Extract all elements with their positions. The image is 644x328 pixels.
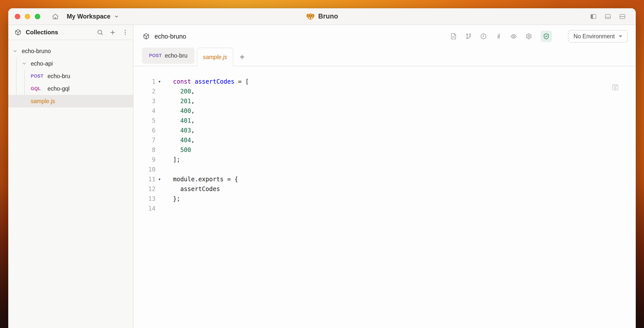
window-body: Collections echo-brunoecho-apiPOSTecho- (8, 25, 636, 328)
code-line[interactable]: 2 200, (134, 87, 636, 96)
bruno-app-window: My Workspace Bruno (8, 8, 636, 328)
tab-echo-bru[interactable]: POST echo-bru (142, 48, 194, 64)
new-tab-icon[interactable] (239, 54, 246, 60)
code-text: 404, (164, 135, 195, 145)
fold-gutter (156, 184, 164, 194)
code-line[interactable]: 8 500 (134, 145, 636, 155)
settings-gear-icon[interactable] (526, 33, 532, 40)
layout-toggles (590, 13, 626, 20)
code-line[interactable]: 7 404, (134, 135, 636, 145)
search-icon[interactable] (97, 29, 103, 36)
code-line[interactable]: 9]; (134, 155, 636, 165)
home-icon[interactable] (52, 13, 59, 20)
line-number: 6 (134, 126, 156, 135)
chevron-down-icon[interactable] (12, 49, 18, 54)
environment-label: No Environment (574, 33, 615, 40)
tab-sample-js[interactable]: sample.js (197, 48, 233, 66)
item-label: echo-api (31, 60, 53, 67)
fold-gutter (156, 87, 164, 96)
collection-header: echo-bruno (134, 25, 636, 48)
caret-down-icon (619, 35, 622, 38)
chevron-down-icon[interactable] (22, 61, 27, 66)
line-number: 12 (134, 184, 156, 194)
traffic-lights (15, 14, 40, 19)
minimize-window-button[interactable] (25, 14, 30, 19)
sidebar-item-echo-api[interactable]: echo-api (8, 57, 133, 70)
line-number: 14 (134, 204, 156, 214)
collections-tree: echo-brunoecho-apiPOSTecho-bruGQLecho-gq… (8, 40, 133, 328)
code-line[interactable]: 4 400, (134, 106, 636, 116)
fold-gutter (156, 96, 164, 106)
line-number: 7 (134, 135, 156, 145)
history-clock-icon[interactable] (480, 33, 487, 40)
fold-arrow-icon[interactable]: ▾ (156, 77, 164, 87)
line-number: 10 (134, 165, 156, 175)
fold-gutter (156, 116, 164, 126)
environment-selector[interactable]: No Environment (568, 30, 628, 43)
code-line[interactable]: 11▾module.exports = { (134, 175, 636, 184)
zoom-window-button[interactable] (35, 14, 40, 19)
code-text (164, 204, 173, 214)
workspace-selector[interactable]: My Workspace (67, 13, 119, 20)
code-line[interactable]: 3 201, (134, 96, 636, 106)
request-method-label: POST (31, 74, 48, 79)
tab-bar: POST echo-bru sample.js (134, 48, 636, 66)
code-text: 500 (164, 145, 191, 155)
save-icon[interactable] (611, 83, 619, 91)
sidebar-item-echo-bruno[interactable]: echo-bruno (8, 45, 133, 57)
code-text (164, 165, 173, 175)
line-number: 11 (134, 175, 156, 184)
line-number: 13 (134, 194, 156, 204)
code-line[interactable]: 6 403, (134, 126, 636, 135)
fold-gutter (156, 194, 164, 204)
collection-title: echo-bruno (154, 33, 186, 40)
fold-gutter (156, 204, 164, 214)
app-title: Bruno (306, 12, 338, 21)
code-text: 201, (164, 96, 195, 106)
sidebar-item-echo-gql[interactable]: GQLecho-gql (8, 82, 133, 95)
code-line[interactable]: 10 (134, 165, 636, 175)
code-editor[interactable]: 1▾const assertCodes = [2 200,3 201,4 400… (134, 66, 636, 328)
line-number: 8 (134, 145, 156, 155)
code-line[interactable]: 14 (134, 204, 636, 214)
fold-arrow-icon[interactable]: ▾ (156, 175, 164, 184)
workspace-label: My Workspace (67, 13, 110, 20)
git-branch-icon[interactable] (465, 33, 472, 40)
request-method-label: GQL (31, 86, 48, 91)
code-text: ]; (164, 155, 180, 165)
add-collection-icon[interactable] (109, 29, 116, 36)
eye-icon[interactable] (510, 33, 517, 40)
line-number: 9 (134, 155, 156, 165)
fold-gutter (156, 145, 164, 155)
code-line[interactable]: 12 assertCodes (134, 184, 636, 194)
code-line[interactable]: 1▾const assertCodes = [ (134, 77, 636, 87)
collections-cube-icon (15, 29, 21, 36)
bruno-dog-logo-icon (306, 12, 315, 21)
app-title-label: Bruno (318, 13, 338, 20)
code-file-icon[interactable] (450, 33, 457, 40)
tab-label: echo-bru (165, 52, 188, 59)
sidebar-header: Collections (8, 25, 133, 40)
toggle-left-panel-icon[interactable] (590, 13, 597, 20)
item-label: sample.js (31, 98, 55, 105)
item-label: echo-bru (48, 73, 70, 80)
runner-icon[interactable] (495, 33, 502, 40)
close-window-button[interactable] (15, 14, 20, 19)
security-shield-check-icon[interactable] (540, 31, 552, 42)
code-line[interactable]: 5 401, (134, 116, 636, 126)
kebab-menu-icon[interactable] (122, 29, 128, 36)
code-line[interactable]: 13}; (134, 194, 636, 204)
code-text: 200, (164, 87, 195, 96)
code-text: module.exports = { (164, 175, 238, 184)
titlebar: My Workspace Bruno (8, 8, 636, 25)
main-panel: echo-bruno (134, 25, 636, 328)
toggle-bottom-panel-icon[interactable] (604, 13, 611, 20)
line-number: 1 (134, 77, 156, 87)
fold-gutter (156, 155, 164, 165)
tab-label: sample.js (203, 54, 227, 61)
sidebar-item-echo-bru[interactable]: POSTecho-bru (8, 70, 133, 82)
item-label: echo-gql (48, 85, 70, 92)
toggle-split-panel-icon[interactable] (619, 13, 626, 20)
sidebar-item-sample.js[interactable]: sample.js (8, 95, 133, 107)
item-label: echo-bruno (22, 48, 51, 55)
